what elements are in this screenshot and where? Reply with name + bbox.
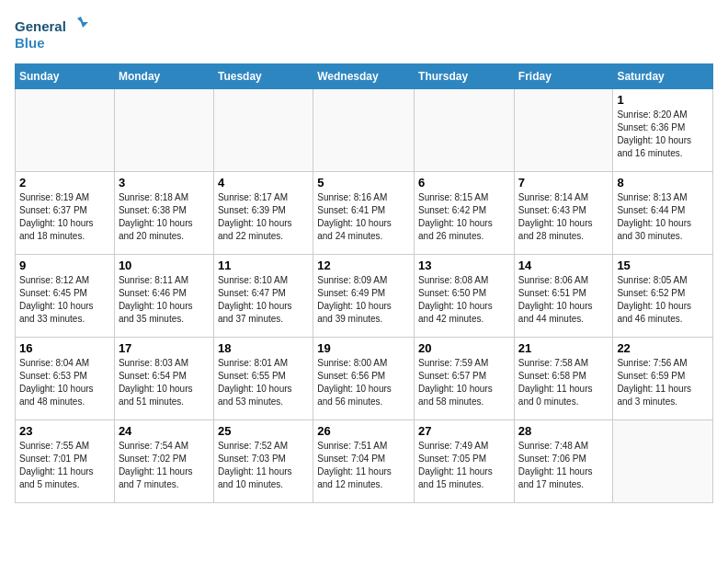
calendar-cell: 16Sunrise: 8:04 AM Sunset: 6:53 PM Dayli… (16, 338, 115, 420)
col-header-sunday: Sunday (16, 64, 115, 89)
svg-marker-3 (81, 22, 88, 28)
week-row: 2Sunrise: 8:19 AM Sunset: 6:37 PM Daylig… (16, 172, 713, 255)
day-info: Sunrise: 8:03 AM Sunset: 6:54 PM Dayligh… (119, 357, 210, 408)
day-number: 22 (617, 341, 709, 355)
calendar-cell (613, 420, 713, 503)
day-info: Sunrise: 8:14 AM Sunset: 6:43 PM Dayligh… (518, 191, 609, 243)
day-info: Sunrise: 8:06 AM Sunset: 6:51 PM Dayligh… (518, 274, 609, 326)
col-header-friday: Friday (514, 64, 613, 89)
day-number: 4 (218, 176, 309, 190)
day-info: Sunrise: 8:01 AM Sunset: 6:55 PM Dayligh… (218, 357, 309, 408)
day-number: 15 (617, 259, 709, 272)
calendar-cell: 15Sunrise: 8:05 AM Sunset: 6:52 PM Dayli… (613, 255, 713, 338)
calendar-table: SundayMondayTuesdayWednesdayThursdayFrid… (15, 63, 713, 503)
week-row: 23Sunrise: 7:55 AM Sunset: 7:01 PM Dayli… (16, 420, 713, 503)
day-info: Sunrise: 8:04 AM Sunset: 6:53 PM Dayligh… (19, 357, 110, 408)
svg-text:Blue: Blue (15, 35, 45, 51)
calendar-cell: 1Sunrise: 8:20 AM Sunset: 6:36 PM Daylig… (613, 89, 713, 172)
day-info: Sunrise: 8:15 AM Sunset: 6:42 PM Dayligh… (418, 191, 510, 243)
calendar-cell: 28Sunrise: 7:48 AM Sunset: 7:06 PM Dayli… (514, 420, 613, 503)
col-header-saturday: Saturday (613, 64, 713, 89)
day-info: Sunrise: 8:00 AM Sunset: 6:56 PM Dayligh… (317, 357, 410, 408)
calendar-cell: 12Sunrise: 8:09 AM Sunset: 6:49 PM Dayli… (313, 255, 415, 338)
day-number: 9 (19, 259, 110, 272)
day-info: Sunrise: 7:55 AM Sunset: 7:01 PM Dayligh… (19, 440, 110, 491)
calendar-cell: 22Sunrise: 7:56 AM Sunset: 6:59 PM Dayli… (613, 338, 713, 420)
calendar-cell: 24Sunrise: 7:54 AM Sunset: 7:02 PM Dayli… (114, 420, 213, 503)
calendar-cell: 21Sunrise: 7:58 AM Sunset: 6:58 PM Dayli… (514, 338, 613, 420)
day-info: Sunrise: 8:16 AM Sunset: 6:41 PM Dayligh… (317, 191, 410, 243)
day-info: Sunrise: 8:20 AM Sunset: 6:36 PM Dayligh… (617, 109, 709, 160)
day-info: Sunrise: 8:08 AM Sunset: 6:50 PM Dayligh… (418, 274, 510, 326)
day-number: 28 (518, 424, 609, 438)
calendar-cell (213, 89, 313, 172)
calendar-cell (313, 89, 415, 172)
day-info: Sunrise: 7:48 AM Sunset: 7:06 PM Dayligh… (518, 440, 609, 491)
col-header-monday: Monday (114, 64, 213, 89)
calendar-cell: 23Sunrise: 7:55 AM Sunset: 7:01 PM Dayli… (16, 420, 115, 503)
day-number: 5 (317, 176, 410, 190)
calendar-cell: 2Sunrise: 8:19 AM Sunset: 6:37 PM Daylig… (16, 172, 115, 255)
day-info: Sunrise: 8:12 AM Sunset: 6:45 PM Dayligh… (19, 274, 110, 326)
day-number: 23 (19, 424, 110, 438)
svg-text:General: General (15, 18, 66, 34)
calendar-cell: 3Sunrise: 8:18 AM Sunset: 6:38 PM Daylig… (114, 172, 213, 255)
day-number: 2 (19, 176, 110, 190)
day-info: Sunrise: 7:51 AM Sunset: 7:04 PM Dayligh… (317, 440, 410, 491)
day-number: 27 (418, 424, 510, 438)
calendar-cell: 13Sunrise: 8:08 AM Sunset: 6:50 PM Dayli… (415, 255, 515, 338)
week-row: 1Sunrise: 8:20 AM Sunset: 6:36 PM Daylig… (16, 89, 713, 172)
calendar-cell: 19Sunrise: 8:00 AM Sunset: 6:56 PM Dayli… (313, 338, 415, 420)
day-info: Sunrise: 8:09 AM Sunset: 6:49 PM Dayligh… (317, 274, 410, 326)
header-row: SundayMondayTuesdayWednesdayThursdayFrid… (16, 64, 713, 89)
day-number: 11 (218, 259, 309, 272)
col-header-wednesday: Wednesday (313, 64, 415, 89)
day-number: 18 (218, 341, 309, 355)
day-info: Sunrise: 8:17 AM Sunset: 6:39 PM Dayligh… (218, 191, 309, 243)
calendar-cell: 10Sunrise: 8:11 AM Sunset: 6:46 PM Dayli… (114, 255, 213, 338)
logo-svg: General Blue (15, 15, 88, 56)
day-number: 24 (119, 424, 210, 438)
logo: General Blue (15, 15, 88, 56)
day-number: 1 (617, 93, 709, 107)
calendar-cell: 9Sunrise: 8:12 AM Sunset: 6:45 PM Daylig… (16, 255, 115, 338)
day-info: Sunrise: 8:18 AM Sunset: 6:38 PM Dayligh… (119, 191, 210, 243)
calendar-cell (16, 89, 115, 172)
day-number: 3 (119, 176, 210, 190)
day-info: Sunrise: 8:11 AM Sunset: 6:46 PM Dayligh… (119, 274, 210, 326)
week-row: 16Sunrise: 8:04 AM Sunset: 6:53 PM Dayli… (16, 338, 713, 420)
day-info: Sunrise: 8:19 AM Sunset: 6:37 PM Dayligh… (19, 191, 110, 243)
day-number: 25 (218, 424, 309, 438)
calendar-cell: 27Sunrise: 7:49 AM Sunset: 7:05 PM Dayli… (415, 420, 515, 503)
calendar-cell: 6Sunrise: 8:15 AM Sunset: 6:42 PM Daylig… (415, 172, 515, 255)
day-number: 19 (317, 341, 410, 355)
calendar-cell: 14Sunrise: 8:06 AM Sunset: 6:51 PM Dayli… (514, 255, 613, 338)
day-info: Sunrise: 7:58 AM Sunset: 6:58 PM Dayligh… (518, 357, 609, 408)
day-info: Sunrise: 7:59 AM Sunset: 6:57 PM Dayligh… (418, 357, 510, 408)
day-number: 17 (119, 341, 210, 355)
day-number: 7 (518, 176, 609, 190)
day-info: Sunrise: 8:05 AM Sunset: 6:52 PM Dayligh… (617, 274, 709, 326)
day-info: Sunrise: 7:49 AM Sunset: 7:05 PM Dayligh… (418, 440, 510, 491)
day-number: 20 (418, 341, 510, 355)
page-header: General Blue (15, 15, 713, 56)
day-number: 21 (518, 341, 609, 355)
calendar-cell: 5Sunrise: 8:16 AM Sunset: 6:41 PM Daylig… (313, 172, 415, 255)
day-info: Sunrise: 8:13 AM Sunset: 6:44 PM Dayligh… (617, 191, 709, 243)
day-number: 8 (617, 176, 709, 190)
calendar-cell: 7Sunrise: 8:14 AM Sunset: 6:43 PM Daylig… (514, 172, 613, 255)
day-number: 16 (19, 341, 110, 355)
day-info: Sunrise: 7:52 AM Sunset: 7:03 PM Dayligh… (218, 440, 309, 491)
day-info: Sunrise: 7:56 AM Sunset: 6:59 PM Dayligh… (617, 357, 709, 408)
day-number: 26 (317, 424, 410, 438)
col-header-tuesday: Tuesday (213, 64, 313, 89)
calendar-cell: 11Sunrise: 8:10 AM Sunset: 6:47 PM Dayli… (213, 255, 313, 338)
calendar-cell: 20Sunrise: 7:59 AM Sunset: 6:57 PM Dayli… (415, 338, 515, 420)
calendar-cell (514, 89, 613, 172)
col-header-thursday: Thursday (415, 64, 515, 89)
calendar-cell: 26Sunrise: 7:51 AM Sunset: 7:04 PM Dayli… (313, 420, 415, 503)
day-info: Sunrise: 7:54 AM Sunset: 7:02 PM Dayligh… (119, 440, 210, 491)
calendar-cell: 8Sunrise: 8:13 AM Sunset: 6:44 PM Daylig… (613, 172, 713, 255)
calendar-cell: 17Sunrise: 8:03 AM Sunset: 6:54 PM Dayli… (114, 338, 213, 420)
week-row: 9Sunrise: 8:12 AM Sunset: 6:45 PM Daylig… (16, 255, 713, 338)
